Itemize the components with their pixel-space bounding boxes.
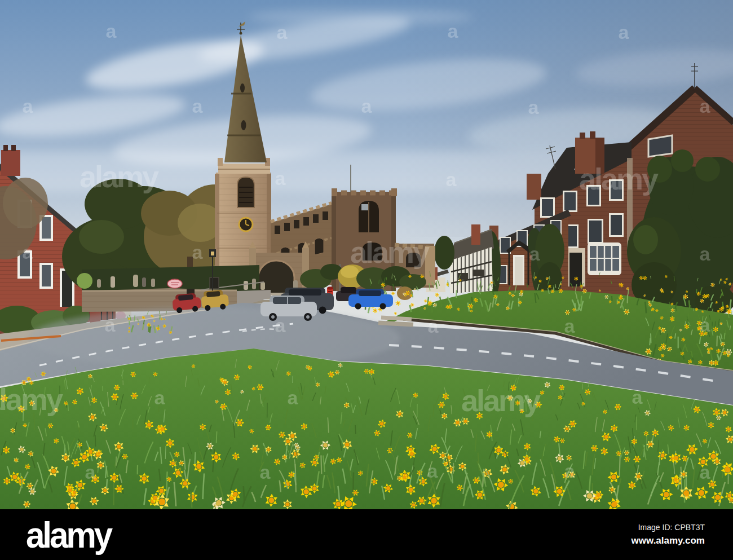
hedge [82, 265, 259, 292]
alamy-url: www.alamy.com [632, 535, 705, 546]
alamy-logo: alamy [26, 514, 111, 556]
chimney [1, 150, 20, 176]
tree [434, 236, 454, 270]
tower-door [363, 242, 382, 261]
dried-grass-shrub [397, 286, 413, 300]
footer-bar: alamy Image ID: CPBT3T www.alamy.com [0, 509, 733, 560]
lucarne [240, 83, 245, 92]
lucarne [241, 120, 246, 130]
bow-window [588, 242, 621, 275]
image-id: Image ID: CPBT3T [632, 523, 705, 532]
chimney [527, 174, 541, 200]
stone-doorway [566, 248, 585, 286]
sunlit-shrub [77, 273, 92, 289]
attic-window [648, 135, 672, 157]
alamy-stock-photo-page: alamyalamyalamyalamyalamyaaaaaaaaaaaaaaa… [0, 0, 733, 560]
clock [239, 218, 253, 231]
chancel-window [406, 253, 421, 267]
end-pier [425, 246, 435, 285]
photo-english-village-church-daffodils: alamyalamyalamyalamyalamyaaaaaaaaaaaaaaa… [0, 0, 733, 509]
lattice-window [473, 270, 484, 276]
chimney [471, 224, 480, 245]
ice-cream-sign [167, 279, 182, 288]
noticeboard [210, 277, 219, 289]
